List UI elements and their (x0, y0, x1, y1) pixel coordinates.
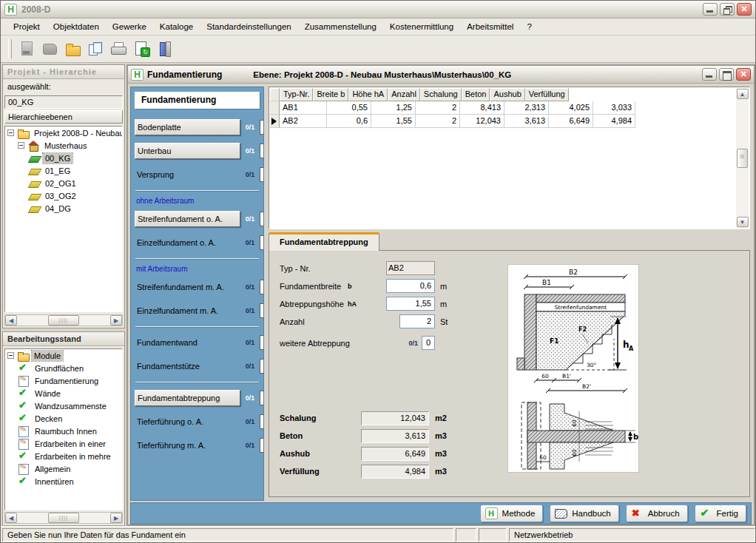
foundation-item-button[interactable]: Bodenplatte (135, 119, 240, 135)
tree-item[interactable]: 04_DG (5, 202, 122, 215)
tree-item[interactable]: Innentüren (5, 475, 122, 488)
tree-item[interactable]: Erdarbeiten in mehre (5, 450, 122, 462)
field-input[interactable]: 0 (422, 336, 435, 350)
tree-item[interactable]: 02_OG1 (5, 177, 122, 189)
column-header[interactable]: Typ-Nr. (280, 88, 313, 101)
expander-minus-icon[interactable] (18, 142, 24, 149)
foundation-item-button[interactable]: Einzelfundament m. A. (135, 303, 240, 318)
refresh-document-icon[interactable] (132, 40, 150, 58)
field-input[interactable]: 2 (399, 314, 435, 328)
tree-item[interactable]: 03_OG2 (5, 189, 122, 202)
menu-item[interactable]: Gewerke (106, 20, 153, 33)
item-count-box[interactable] (260, 280, 264, 294)
open-folder-icon[interactable] (64, 40, 81, 58)
scroll-thumb[interactable] (737, 149, 748, 168)
scroll-thumb[interactable] (48, 513, 79, 523)
scroll-left-icon[interactable]: ◀ (5, 315, 17, 326)
foundation-item-button[interactable]: Tieferführung o. A. (135, 414, 240, 429)
column-header[interactable]: Anzahl (388, 88, 420, 101)
tree-item[interactable]: 00_KG (5, 152, 122, 164)
scroll-down-icon[interactable]: ▼ (737, 217, 749, 227)
print-icon[interactable] (109, 40, 127, 58)
column-header[interactable]: Verfüllung (525, 88, 569, 101)
item-count-box[interactable] (260, 414, 264, 429)
new-document-icon[interactable] (18, 40, 36, 58)
column-header[interactable]: Aushub (490, 88, 524, 101)
field-input[interactable]: AB2 (386, 261, 435, 275)
tree-item[interactable]: Grundflächen (5, 362, 122, 374)
menu-item[interactable]: Zusammenstellung (298, 20, 383, 33)
status-hscrollbar[interactable]: ◀ ▶ (4, 512, 123, 524)
menu-item[interactable]: ? (520, 20, 538, 33)
tree-item[interactable]: Raumbuch Innen (5, 425, 122, 437)
item-count-box[interactable] (260, 359, 264, 374)
column-header[interactable]: Beton (462, 88, 490, 101)
field-input[interactable]: 0,6 (386, 279, 435, 293)
scroll-left-icon[interactable]: ◀ (5, 513, 17, 523)
menu-item[interactable]: Objektdaten (47, 20, 106, 33)
tree-item[interactable]: Decken (5, 412, 122, 425)
expander-minus-icon[interactable] (7, 352, 14, 359)
foundation-item-button[interactable]: Unterbau (135, 143, 240, 159)
item-count-box[interactable] (260, 335, 264, 350)
field-input[interactable]: 1,55 (386, 297, 435, 311)
menu-item[interactable]: Standardeinstellungen (200, 20, 297, 33)
item-count-box[interactable]: 1 (260, 212, 264, 226)
column-header[interactable]: Höhe hA (348, 88, 388, 101)
foundation-item-button[interactable]: Fundamentstütze (135, 359, 240, 374)
close-button[interactable] (737, 3, 752, 16)
restore-button[interactable] (720, 3, 735, 16)
action-button[interactable]: Abbruch (626, 505, 688, 522)
tree-item[interactable]: 01_EG (5, 164, 122, 177)
column-header[interactable]: Schalung (420, 88, 462, 101)
menu-item[interactable]: Kataloge (153, 20, 200, 33)
menu-item[interactable]: Arbeitsmittel (460, 20, 520, 33)
module-close-button[interactable] (736, 68, 751, 81)
copy-icon[interactable] (87, 40, 104, 58)
column-header[interactable]: Breite b (313, 88, 348, 101)
minimize-button[interactable] (703, 3, 718, 16)
item-count-box[interactable]: 1 (260, 391, 264, 405)
table-row[interactable]: AB2 0,6 1,55 2 12,043 3,613 6,649 4,984 (270, 115, 736, 128)
table-row[interactable]: AB1 0,55 1,25 2 8,413 2,313 4,025 3,033 (270, 101, 736, 115)
item-count-box[interactable] (260, 167, 264, 182)
foundation-item-button[interactable]: Versprung (135, 167, 240, 182)
foundation-item-button[interactable]: Fundamentwand (135, 335, 240, 350)
module-minimize-button[interactable] (702, 68, 717, 81)
item-count-box[interactable]: 1 (260, 120, 264, 135)
menu-item[interactable]: Kostenermittlung (383, 20, 460, 33)
table-vscrollbar[interactable]: ▲ ▼ (736, 88, 749, 228)
tree-item[interactable]: Fundamentierung (5, 374, 122, 387)
action-button[interactable]: Handbuch (550, 505, 618, 522)
scroll-right-icon[interactable]: ▶ (110, 315, 122, 326)
exit-door-icon[interactable] (155, 40, 173, 58)
item-count-box[interactable] (260, 303, 264, 318)
open-file-icon[interactable] (41, 40, 58, 58)
action-button[interactable]: Fertig (695, 505, 746, 522)
menu-item[interactable]: Projekt (7, 20, 47, 33)
hierarchy-levels-button[interactable]: Hierarchieebenen (4, 110, 123, 124)
foundation-item-button[interactable]: Tieferführung m. A. (135, 438, 240, 453)
hierarchy-hscrollbar[interactable]: ◀ ▶ (4, 314, 123, 326)
item-count-box[interactable]: 1 (260, 144, 264, 158)
tree-item[interactable]: Projekt 2008-D - Neubau (5, 127, 122, 139)
scroll-up-icon[interactable]: ▲ (737, 89, 749, 99)
module-maximize-button[interactable] (719, 68, 734, 81)
item-count-box[interactable] (260, 235, 264, 250)
tree-item[interactable]: Module (5, 349, 122, 362)
tree-item[interactable]: Wandzusammenste (5, 399, 122, 412)
item-count-box[interactable] (260, 438, 264, 453)
foundation-item-button[interactable]: Streifenfundament m. A. (135, 280, 240, 294)
foundation-item-button[interactable]: Einzelfundament o. A. (135, 235, 240, 250)
tree-item[interactable]: Allgemein (5, 462, 122, 475)
foundation-item-button[interactable]: Fundamentabtreppung (135, 390, 240, 406)
expander-minus-icon[interactable] (7, 129, 14, 136)
tree-item[interactable]: Erdarbeiten in einer (5, 437, 122, 450)
scroll-thumb[interactable] (48, 315, 79, 326)
tab-fundamentabtreppung[interactable]: Fundamentabtreppung (269, 232, 379, 251)
action-button[interactable]: Methode (480, 505, 544, 522)
scroll-right-icon[interactable]: ▶ (110, 513, 122, 523)
tree-item[interactable]: Musterhaus (5, 139, 122, 152)
foundation-item-button[interactable]: Streifenfundament o. A. (135, 211, 240, 227)
tree-item[interactable]: Wände (5, 387, 122, 399)
